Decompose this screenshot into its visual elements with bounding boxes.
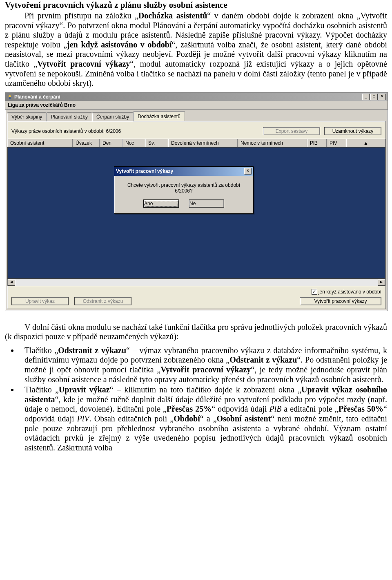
scroll-right-icon[interactable]: ► bbox=[378, 279, 385, 286]
table-body: Vytvořit pracovní výkazy × Chcete vytvoř… bbox=[7, 148, 385, 279]
col-noc[interactable]: Noc bbox=[122, 139, 145, 147]
scroll-up-icon[interactable]: ▲ bbox=[346, 139, 385, 147]
text: “ a „ bbox=[200, 414, 217, 423]
dialog-no-button[interactable]: Ne bbox=[189, 199, 224, 208]
tab-planovani-sluzby[interactable]: Plánování služby bbox=[46, 112, 92, 121]
tab-vyber-skupiny[interactable]: Výběr skupiny bbox=[7, 112, 47, 121]
text-italic: PlV bbox=[77, 414, 89, 423]
subtitle-bar: Liga za práva vozíčkářů Brno bbox=[5, 101, 388, 110]
col-plb[interactable]: PlB bbox=[307, 139, 327, 147]
dialog-yes-button[interactable]: Ano bbox=[143, 199, 179, 208]
col-nemoc[interactable]: Nemoc v termínech bbox=[238, 139, 307, 147]
text-bold: jen když asistováno v období bbox=[67, 40, 172, 49]
text-bold: Vytvořit pracovní výkazy bbox=[37, 59, 130, 68]
confirm-dialog: Vytvořit pracovní výkazy × Chcete vytvoř… bbox=[114, 166, 254, 214]
tab-cerpani-sluzby[interactable]: Čerpání služby bbox=[92, 112, 134, 121]
text: Tlačítko „ bbox=[24, 346, 58, 355]
text: “ odpovídá údaji bbox=[212, 404, 269, 413]
titlebar-text: Plánování a čerpání bbox=[14, 94, 362, 100]
period-label: Výkazy práce osobních asistentů v období… bbox=[11, 128, 259, 134]
text-bold: Osobní asistent bbox=[217, 414, 271, 423]
scroll-track[interactable] bbox=[15, 279, 378, 286]
tab-dochazka-asistentu[interactable]: Docházka asistentů bbox=[133, 111, 185, 121]
app-icon bbox=[7, 94, 13, 100]
dialog-titlebar[interactable]: Vytvořit pracovní výkazy × bbox=[114, 167, 253, 176]
text-bold: Odstranit z výkazu bbox=[229, 355, 297, 364]
text-bold: Docházka asistentů bbox=[138, 11, 207, 20]
table-header: Osobní asistent Úvazek Den Noc Sv. Dovol… bbox=[7, 139, 385, 148]
paragraph-1: Při prvním přístupu na záložku „Docházka… bbox=[5, 11, 387, 88]
minimize-button[interactable]: _ bbox=[362, 94, 370, 100]
section-heading: Vytvoření pracovních výkazů z plánu služ… bbox=[5, 0, 387, 10]
col-osobni-asistent[interactable]: Osobní asistent bbox=[7, 139, 73, 147]
text: . Obsah editačních polí „ bbox=[89, 414, 174, 423]
toolbar: Výkazy práce osobních asistentů v období… bbox=[7, 121, 385, 139]
app-window: Plánování a čerpání _ □ × Liga za práva … bbox=[5, 92, 388, 311]
close-button[interactable]: × bbox=[379, 94, 386, 100]
horizontal-scrollbar[interactable]: ◄ ► bbox=[7, 279, 385, 286]
lock-button[interactable]: Uzamknout výkazy bbox=[324, 127, 381, 135]
text-italic: PlB bbox=[269, 404, 281, 413]
text: Při prvním přístupu na záložku „ bbox=[24, 11, 138, 20]
text-bold: Přesčas 50% bbox=[339, 404, 383, 413]
svg-rect-1 bbox=[9, 97, 11, 99]
col-uvazek[interactable]: Úvazek bbox=[73, 139, 100, 147]
titlebar[interactable]: Plánování a čerpání _ □ × bbox=[5, 93, 388, 101]
list-item: Tlačítko „Odstranit z výkazu“ – výmaz vy… bbox=[19, 346, 387, 384]
edit-record-button[interactable]: Upravit výkaz bbox=[11, 297, 69, 305]
dialog-close-button[interactable]: × bbox=[244, 168, 252, 175]
text-bold: Období bbox=[174, 414, 200, 423]
only-when-assisted-checkbox[interactable]: ✓ bbox=[312, 289, 317, 295]
paragraph-2: V dolní části okna modulu se nachází tak… bbox=[5, 322, 387, 342]
dialog-text: Chcete vytvořit pracovní výkazy asistent… bbox=[114, 176, 253, 199]
remove-record-button[interactable]: Odstranit z výkazu bbox=[74, 297, 131, 305]
scroll-left-icon[interactable]: ◄ bbox=[8, 279, 15, 286]
options-row: ✓ jen když asistováno v období bbox=[7, 286, 385, 296]
tab-panel: Výkazy práce osobních asistentů v období… bbox=[7, 121, 386, 309]
create-records-button[interactable]: Vytvořit pracovní výkazy bbox=[300, 297, 381, 305]
list-item: Tlačítko „Upravit výkaz“ – kliknutím na … bbox=[19, 385, 387, 452]
only-when-assisted-label: jen když asistováno v období bbox=[318, 289, 381, 295]
col-plv[interactable]: PlV bbox=[327, 139, 346, 147]
text: Tlačítko „ bbox=[24, 385, 59, 394]
export-button[interactable]: Export sestavy bbox=[263, 127, 320, 135]
text-bold: Přesčas 25% bbox=[167, 404, 212, 413]
text-bold: Upravit výkaz bbox=[59, 385, 110, 394]
col-den[interactable]: Den bbox=[100, 139, 122, 147]
dialog-title-text: Vytvořit pracovní výkazy bbox=[116, 168, 244, 174]
text: a editační pole „ bbox=[281, 404, 338, 413]
col-sv[interactable]: Sv. bbox=[145, 139, 168, 147]
action-row: Upravit výkaz Odstranit z výkazu Vytvoři… bbox=[7, 296, 385, 306]
col-dovolena[interactable]: Dovolená v termínech bbox=[168, 139, 238, 147]
text-bold: Odstranit z výkazu bbox=[58, 346, 126, 355]
tab-strip: Výběr skupiny Plánování služby Čerpání s… bbox=[5, 110, 388, 121]
text: “ – kliknutím na toto tlačítko dojde k z… bbox=[110, 385, 301, 394]
maximize-button[interactable]: □ bbox=[370, 94, 378, 100]
text-bold: Vytvořit pracovní výkazy bbox=[160, 365, 251, 374]
bullet-list: Tlačítko „Odstranit z výkazu“ – výmaz vy… bbox=[19, 346, 387, 453]
